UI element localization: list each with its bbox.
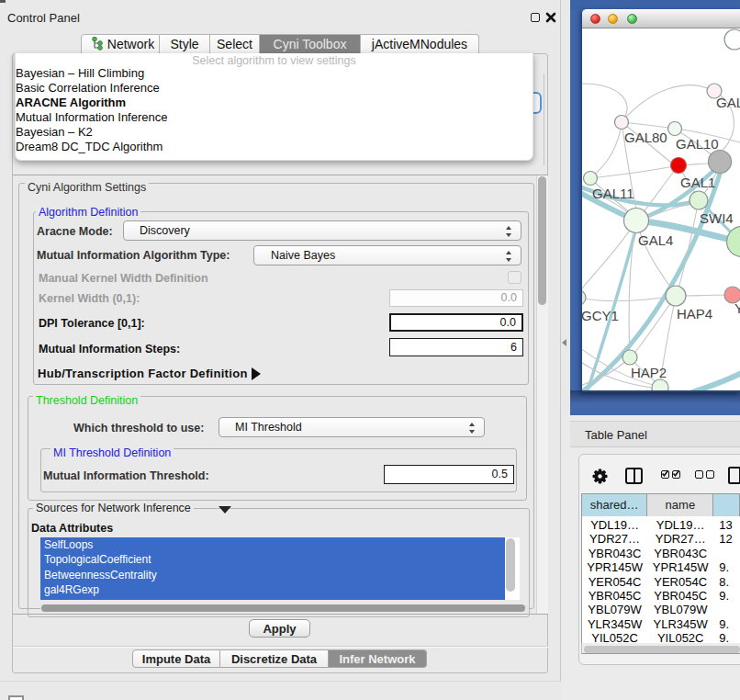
svg-text:GAL4: GAL4 — [638, 232, 673, 248]
svg-text:HAP4: HAP4 — [677, 306, 712, 322]
svg-text:GAL7: GAL7 — [716, 95, 740, 110]
svg-text:Y: Y — [734, 300, 740, 316]
svg-text:GAL11: GAL11 — [592, 186, 634, 201]
svg-text:GAL80: GAL80 — [624, 130, 667, 145]
svg-text:HAP2: HAP2 — [631, 365, 667, 380]
svg-text:SWI4: SWI4 — [700, 210, 734, 226]
svg-text:GAL10: GAL10 — [676, 136, 719, 152]
svg-text:GCY1: GCY1 — [582, 308, 619, 323]
svg-text:GAL1: GAL1 — [680, 175, 715, 190]
